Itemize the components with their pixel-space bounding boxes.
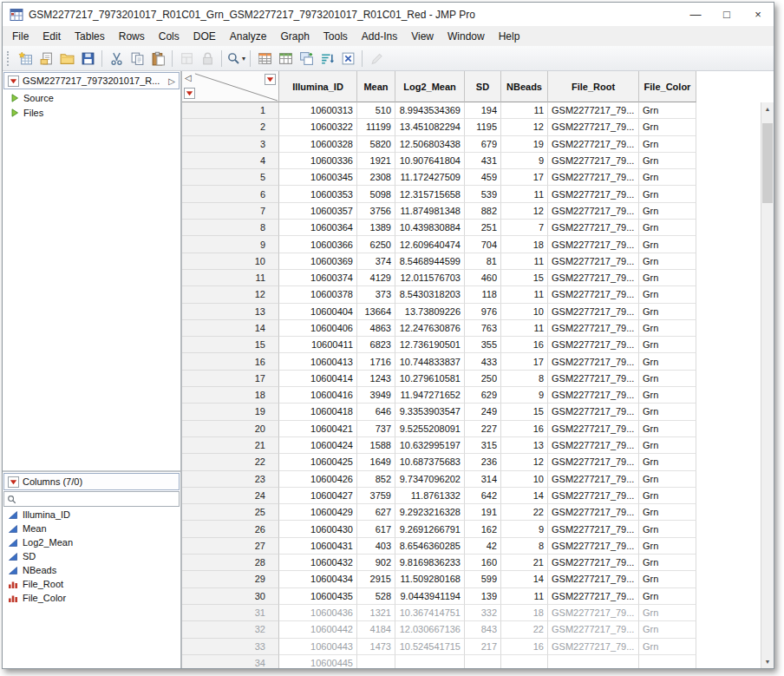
row-number-cell[interactable]: 17 [182,371,279,387]
cell-nbeads[interactable]: 10 [501,304,548,320]
cell-file-root[interactable]: GSM2277217_79... [548,136,639,153]
row-number-cell[interactable]: 12 [182,286,279,303]
cell-nbeads[interactable]: 21 [501,555,548,571]
cell-log2-mean[interactable]: 9.8169836233 [395,555,465,571]
cell-sd[interactable]: 431 [465,153,501,169]
cell-log2-mean[interactable]: 11.947271652 [395,387,465,404]
cell-log2-mean[interactable]: 10.439830884 [395,220,465,236]
cell-file-root[interactable]: GSM2277217_79... [548,253,639,270]
cell-illumina-id[interactable]: 10600436 [279,605,357,621]
column-item-file-root[interactable]: File_Root [3,577,180,591]
row-number-cell[interactable]: 14 [182,320,279,337]
cell-nbeads[interactable]: 16 [501,639,548,655]
cell-log2-mean[interactable]: 9.5255208091 [395,421,465,437]
cell-illumina-id[interactable]: 10600434 [279,571,357,587]
cell-file-color[interactable]: Grn [639,621,696,638]
cell-nbeads[interactable]: 8 [501,538,548,555]
vertical-scrollbar[interactable]: ▲ ▼ [761,102,774,668]
cell-sd[interactable]: 162 [465,521,501,537]
cell-file-root[interactable]: GSM2277217_79... [548,203,639,220]
columns-panel-menu-icon[interactable] [8,476,19,488]
zoom-caret-icon[interactable]: ▾ [242,55,245,62]
columns-menu-icon[interactable] [265,74,276,85]
column-header-file-root[interactable]: File_Root [548,71,639,102]
cell-sd[interactable]: 251 [465,220,501,236]
cell-sd[interactable]: 679 [465,136,501,153]
menu-edit[interactable]: Edit [36,28,68,45]
cell-file-root[interactable]: GSM2277217_79... [548,588,639,605]
cell-log2-mean[interactable]: 10.279610581 [395,371,465,387]
cell-mean[interactable]: 5820 [357,136,395,153]
cell-log2-mean[interactable]: 13.73809226 [395,304,465,320]
cell-illumina-id[interactable]: 10600427 [279,488,357,504]
cell-nbeads[interactable]: 22 [501,621,548,638]
cell-file-color[interactable]: Grn [639,169,696,186]
cell-nbeads[interactable]: 17 [501,169,548,186]
cell-nbeads[interactable]: 7 [501,220,548,236]
cell-illumina-id[interactable]: 10600345 [279,169,357,186]
cell-file-color[interactable]: Grn [639,404,696,420]
cell-file-root[interactable]: GSM2277217_79... [548,236,639,253]
cell-illumina-id[interactable]: 10600313 [279,102,357,119]
cell-file-root[interactable]: GSM2277217_79... [548,353,639,370]
cell-file-color[interactable]: Grn [639,538,696,555]
cell-mean[interactable]: 4863 [357,320,395,337]
row-number-cell[interactable]: 15 [182,337,279,353]
menu-tools[interactable]: Tools [317,28,355,45]
cell-nbeads[interactable]: 13 [501,437,548,454]
cell-nbeads[interactable]: 11 [501,102,548,119]
menu-tables[interactable]: Tables [68,28,112,45]
cell-log2-mean[interactable]: 13.451082294 [395,119,465,135]
cell-mean[interactable]: 13664 [357,304,395,320]
row-number-cell[interactable]: 13 [182,304,279,320]
cell-illumina-id[interactable]: 10600431 [279,538,357,555]
cell-file-root[interactable]: GSM2277217_79... [548,119,639,135]
cell-illumina-id[interactable]: 10600378 [279,286,357,303]
cell-nbeads[interactable]: 11 [501,286,548,303]
row-number-cell[interactable]: 16 [182,353,279,370]
cell-mean[interactable]: 1243 [357,371,395,387]
cell-file-root[interactable]: GSM2277217_79... [548,538,639,555]
cell-nbeads[interactable]: 9 [501,521,548,537]
collapse-panel-icon[interactable]: ◁ [185,73,192,82]
column-item-mean[interactable]: Mean [3,522,180,535]
row-number-cell[interactable]: 27 [182,538,279,555]
cell-file-color[interactable]: Grn [639,437,696,454]
cell-log2-mean[interactable] [395,655,465,668]
script-item-source[interactable]: Source [3,90,180,105]
cell-file-root[interactable]: GSM2277217_79... [548,286,639,303]
cell-file-root[interactable]: GSM2277217_79... [548,153,639,169]
cell-mean[interactable]: 403 [357,538,395,555]
cell-sd[interactable]: 599 [465,571,501,587]
cell-sd[interactable]: 81 [465,253,501,270]
cell-file-root[interactable]: GSM2277217_79... [548,605,639,621]
maximize-button[interactable]: □ [711,3,742,26]
row-number-cell[interactable]: 7 [182,203,279,220]
cell-file-root[interactable]: GSM2277217_79... [548,555,639,571]
cell-mean[interactable]: 1716 [357,353,395,370]
cell-file-root[interactable]: GSM2277217_79... [548,387,639,404]
cell-sd[interactable]: 315 [465,437,501,454]
cell-nbeads[interactable]: 17 [501,353,548,370]
cell-nbeads[interactable]: 8 [501,371,548,387]
cell-file-color[interactable]: Grn [639,119,696,135]
cell-mean[interactable]: 2915 [357,571,395,587]
cell-file-root[interactable]: GSM2277217_79... [548,421,639,437]
cell-file-color[interactable]: Grn [639,454,696,470]
cell-log2-mean[interactable]: 10.907641804 [395,153,465,169]
cell-mean[interactable]: 1649 [357,454,395,470]
row-number-cell[interactable]: 25 [182,504,279,521]
table-panel-menu-icon[interactable] [8,75,19,87]
new-journal-icon[interactable] [36,49,56,68]
cell-mean[interactable]: 4129 [357,270,395,286]
column-header-illumina-id[interactable]: Illumina_ID [279,71,357,102]
cell-nbeads[interactable]: 11 [501,320,548,337]
menu-cols[interactable]: Cols [152,28,186,45]
cell-log2-mean[interactable]: 9.7347096202 [395,471,465,488]
cell-mean[interactable]: 1921 [357,153,395,169]
copy-icon[interactable] [127,49,147,68]
row-number-cell[interactable]: 34 [182,655,279,668]
cell-file-color[interactable]: Grn [639,555,696,571]
zoom-icon[interactable]: ▾ [225,49,246,68]
row-number-cell[interactable]: 3 [182,136,279,153]
